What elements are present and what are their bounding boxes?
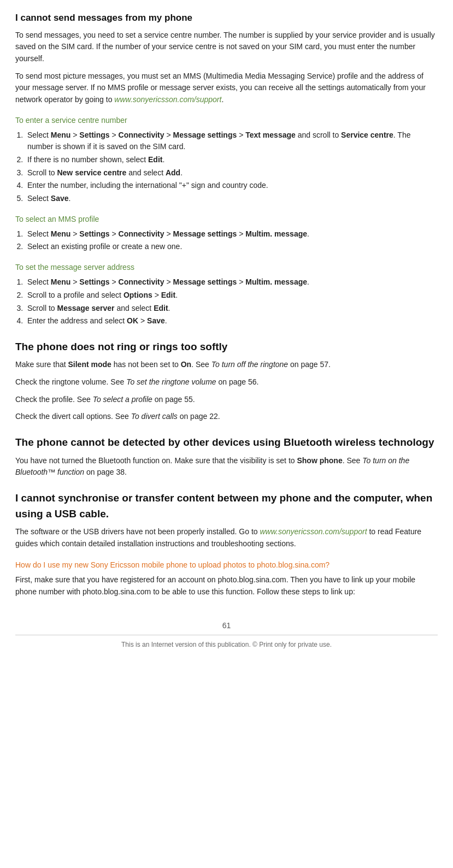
- section1-para2: To send most picture messages, you must …: [15, 70, 438, 106]
- silent-mode-bold: Silent mode: [68, 360, 111, 369]
- section1-para2-suffix: .: [221, 95, 223, 104]
- section2-para3: Check the profile. See To select a profi…: [15, 394, 438, 406]
- list-item: If there is no number shown, select Edit…: [25, 154, 438, 166]
- turn-on-bluetooth-link: To turn on the Bluetooth™ function: [15, 456, 409, 477]
- section1-para1: To send messages, you need to set a serv…: [15, 29, 438, 65]
- subsection1-steps: Select Menu > Settings > Connectivity > …: [25, 129, 438, 205]
- subsection3-heading: To set the message server address: [15, 262, 438, 273]
- list-item: Select Menu > Settings > Connectivity > …: [25, 228, 438, 240]
- subsection2-heading: To select an MMS profile: [15, 214, 438, 225]
- section5-heading: How do I use my new Sony Ericsson mobile…: [15, 559, 438, 571]
- section2-title: The phone does not ring or rings too sof…: [15, 339, 438, 355]
- list-item: Select Menu > Settings > Connectivity > …: [25, 276, 438, 288]
- subsection2-steps: Select Menu > Settings > Connectivity > …: [25, 228, 438, 253]
- section2-para1: Make sure that Silent mode has not been …: [15, 359, 438, 371]
- list-item: Enter the number, including the internat…: [25, 180, 438, 192]
- section4-support-link[interactable]: www.sonyericsson.com/support: [260, 527, 367, 536]
- turn-off-ringtone-link: To turn off the ringtone: [211, 360, 288, 369]
- footer-note: This is an Internet version of this publ…: [15, 635, 438, 649]
- section3-para1: You have not turned the Bluetooth functi…: [15, 455, 438, 479]
- page-number: 61: [15, 620, 438, 631]
- list-item: Scroll to a profile and select Options >…: [25, 290, 438, 302]
- section5-para1: First, make sure that you have registere…: [15, 574, 438, 598]
- section4-para1-prefix: The software or the USB drivers have not…: [15, 527, 260, 536]
- section4-title: I cannot synchronise or transfer content…: [15, 491, 438, 522]
- section-ring: The phone does not ring or rings too sof…: [15, 339, 438, 423]
- set-ringtone-volume-link: To set the ringtone volume: [126, 377, 216, 386]
- select-profile-link: To select a profile: [93, 395, 152, 404]
- on-bold: On: [181, 360, 191, 369]
- section3-title: The phone cannot be detected by other de…: [15, 435, 438, 451]
- list-item: Select Menu > Settings > Connectivity > …: [25, 129, 438, 153]
- subsection1-heading: To enter a service centre number: [15, 115, 438, 126]
- list-item: Scroll to Message server and select Edit…: [25, 303, 438, 315]
- list-item: Select Save.: [25, 193, 438, 205]
- show-phone-bold: Show phone: [297, 456, 342, 465]
- section2-para2: Check the ringtone volume. See To set th…: [15, 376, 438, 388]
- section1-title: I cannot send messages from my phone: [15, 11, 438, 25]
- section2-para4: Check the divert call options. See To di…: [15, 411, 438, 423]
- section-bluetooth: The phone cannot be detected by other de…: [15, 435, 438, 479]
- section-usb: I cannot synchronise or transfer content…: [15, 491, 438, 550]
- list-item: Enter the address and select OK > Save.: [25, 315, 438, 327]
- section4-para1: The software or the USB drivers have not…: [15, 526, 438, 550]
- section1-support-link[interactable]: www.sonyericsson.com/support: [114, 95, 221, 104]
- section-photo-upload: How do I use my new Sony Ericsson mobile…: [15, 559, 438, 598]
- subsection3-steps: Select Menu > Settings > Connectivity > …: [25, 276, 438, 327]
- divert-calls-link: To divert calls: [131, 412, 178, 421]
- page-content: I cannot send messages from my phone To …: [15, 11, 438, 598]
- section-cannot-send: I cannot send messages from my phone To …: [15, 11, 438, 327]
- list-item: Select an existing profile or create a n…: [25, 241, 438, 253]
- list-item: Scroll to New service centre and select …: [25, 167, 438, 179]
